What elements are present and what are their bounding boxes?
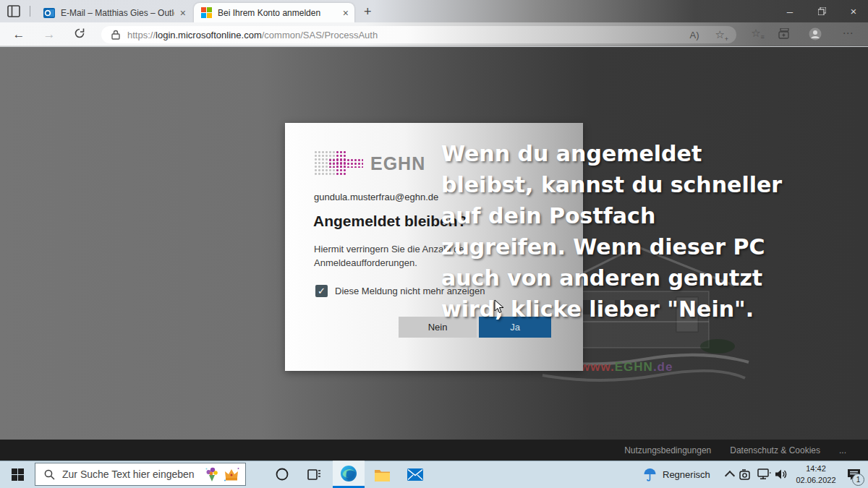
watermark-eghn: EGHN [615, 360, 653, 374]
add-favorite-icon[interactable]: ☆+ [715, 28, 725, 41]
new-tab-button[interactable]: + [364, 5, 372, 18]
crown-icon [224, 466, 239, 482]
bouquet-icon [205, 466, 219, 482]
edge-taskbar-button[interactable] [333, 461, 365, 488]
eghn-logo: EGHN [314, 146, 444, 181]
checkbox-checked[interactable]: ✓ [315, 285, 328, 297]
page-background: www.EGHN.de EGHN gundula.musterfrau@eghn… [0, 46, 868, 440]
tutorial-overlay-text: Wenn du angemeldet bleibst, kannst du sc… [441, 138, 835, 325]
cortana-icon [276, 468, 289, 481]
address-bar[interactable]: https://login.microsoftonline.com/common… [101, 26, 736, 43]
microsoft-icon [201, 7, 212, 18]
overlay-line: bleibst, kannst du schneller [441, 169, 835, 200]
umbrella-icon [644, 468, 656, 481]
task-view-icon [307, 468, 321, 481]
folder-icon [374, 468, 391, 481]
page-footer: Nutzungsbedingungen Datenschutz & Cookie… [0, 440, 868, 461]
footer-more-link[interactable]: ... [839, 445, 846, 455]
svg-text:www.EGHN.de: www.EGHN.de [579, 360, 673, 374]
close-button[interactable]: × [839, 0, 868, 22]
taskbar-search[interactable]: Zur Suche Text hier eingeben [35, 463, 246, 486]
tab-close-icon[interactable]: × [343, 8, 349, 18]
overlay-line: auch von anderen genutzt [441, 262, 835, 294]
meet-now-icon [739, 469, 752, 480]
refresh-icon[interactable] [71, 27, 88, 42]
lock-icon[interactable] [111, 30, 120, 40]
edge-icon [340, 465, 357, 482]
terms-link[interactable]: Nutzungsbedingungen [624, 445, 711, 455]
weather-widget[interactable]: Regnerisch [644, 461, 710, 488]
network-icon [757, 468, 771, 480]
tab-layout-icon[interactable] [7, 5, 23, 18]
url-host: login.microsoftonline.com [156, 30, 262, 40]
notification-badge: 1 [852, 474, 864, 486]
watermark-www: www. [579, 360, 615, 374]
favorites-icon[interactable]: ☆≡ [747, 27, 765, 40]
tab-title: E-Mail – Matthias Gies – Outlook [61, 8, 174, 18]
overlay-line: Wenn du angemeldet [441, 138, 835, 169]
tab-signin[interactable]: Bei Ihrem Konto anmelden × [194, 3, 354, 22]
cortana-button[interactable] [266, 461, 298, 488]
taskbar-clock[interactable]: 14:42 02.06.2022 [791, 463, 841, 486]
start-button[interactable] [0, 461, 35, 488]
profile-avatar[interactable] [809, 27, 826, 40]
clock-date: 02.06.2022 [791, 474, 841, 486]
screen: E-Mail – Matthias Gies – Outlook × Bei I… [0, 0, 868, 488]
outlook-icon [43, 7, 55, 19]
url-text: https://login.microsoftonline.com/common… [127, 30, 378, 40]
search-placeholder: Zur Suche Text hier eingeben [62, 468, 195, 480]
read-aloud-icon[interactable]: A) [690, 30, 699, 40]
search-highlights[interactable] [205, 466, 245, 482]
meet-now-button[interactable] [736, 461, 755, 488]
menu-icon[interactable]: ⋯ [839, 27, 856, 40]
chevron-up-icon [725, 470, 735, 480]
tab-outlook[interactable]: E-Mail – Matthias Gies – Outlook × [36, 3, 192, 22]
windows-logo-icon [12, 468, 24, 481]
minimize-button[interactable]: – [775, 0, 804, 22]
privacy-link[interactable]: Datenschutz & Cookies [730, 445, 820, 455]
back-icon[interactable]: ← [10, 27, 27, 42]
tab-close-icon[interactable]: × [180, 8, 186, 18]
eghn-logo-text: EGHN [370, 153, 425, 174]
watermark-de: .de [653, 360, 673, 374]
file-explorer-button[interactable] [366, 461, 398, 488]
volume-button[interactable] [771, 461, 791, 488]
overlay-line: zugreifen. Wenn dieser PC [441, 231, 835, 262]
address-bar-tools: A) ☆+ [690, 28, 736, 41]
speaker-icon [775, 468, 788, 480]
mail-button[interactable] [399, 461, 431, 488]
url-scheme: https:// [127, 30, 156, 40]
clock-time: 14:42 [791, 463, 841, 474]
restore-button[interactable] [807, 0, 836, 22]
tab-title: Bei Ihrem Konto anmelden [218, 8, 337, 18]
overlay-line: auf dein Postfach [441, 200, 835, 231]
task-view-button[interactable] [298, 461, 330, 488]
url-path: /common/SAS/ProcessAuth [262, 30, 378, 40]
eghn-logo-cross-arm [328, 158, 363, 168]
tab-divider [30, 6, 30, 17]
search-icon [44, 469, 55, 480]
mouse-cursor [494, 299, 504, 314]
account-email: gundula.musterfrau@eghn.de [314, 192, 438, 202]
collections-icon[interactable] [778, 28, 796, 39]
forward-icon: → [41, 27, 58, 42]
mail-icon [407, 468, 423, 481]
tab-bar: E-Mail – Matthias Gies – Outlook × Bei I… [0, 0, 868, 22]
weather-label: Regnerisch [663, 469, 710, 480]
